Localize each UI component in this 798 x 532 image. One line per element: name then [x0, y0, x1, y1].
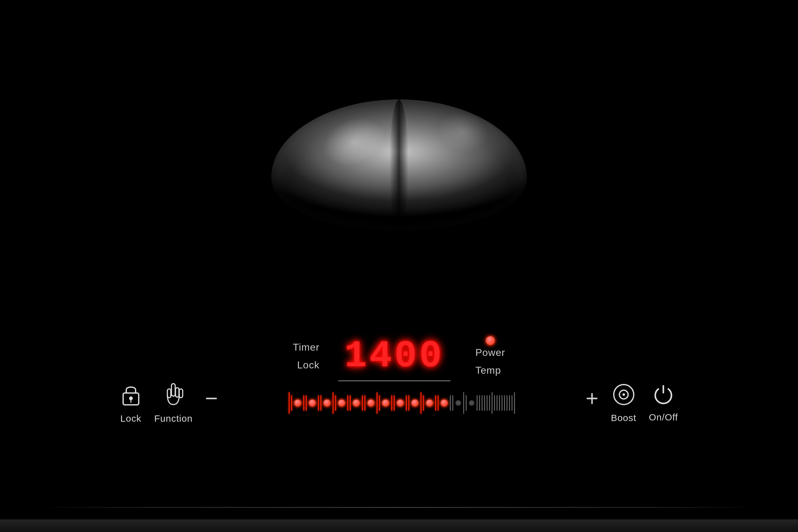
slider-tick	[487, 395, 488, 411]
slider-tick	[514, 392, 515, 414]
slider-tick	[477, 395, 478, 411]
power-indicator: Power	[475, 336, 505, 358]
slider-tick	[394, 395, 395, 411]
timer-label: Timer	[293, 342, 320, 353]
slider-tick	[507, 395, 508, 411]
slider-tick	[408, 395, 409, 411]
cooktop-edge	[0, 507, 798, 508]
slider-tick	[291, 395, 292, 411]
lock-icon	[120, 382, 142, 407]
power-label: Power	[475, 347, 505, 358]
slider-tick	[303, 395, 304, 411]
control-panel: Timer Lock 1400 Power Temp	[0, 330, 798, 519]
led-dot	[397, 400, 404, 406]
slider-tick	[509, 395, 510, 411]
slider-track-container[interactable]	[230, 392, 573, 414]
led-dot	[382, 400, 389, 406]
plus-icon: +	[586, 386, 598, 411]
bottom-bar	[0, 519, 798, 532]
slider-tick	[406, 395, 407, 411]
function-icon	[162, 382, 185, 407]
led-dot	[412, 400, 418, 406]
slider-tick	[320, 395, 321, 411]
seven-segment-display: 1400	[338, 336, 451, 377]
slider-tick	[484, 395, 485, 411]
temp-label: Temp	[475, 365, 501, 376]
boost-button[interactable]: Boost	[611, 383, 636, 423]
slider-tick	[492, 392, 493, 414]
slider-tick	[423, 395, 424, 411]
led-dot	[353, 400, 360, 406]
led-dot	[338, 400, 345, 406]
lock-button-label: Lock	[120, 413, 141, 424]
power-dot	[486, 336, 495, 345]
display-value: 1400	[344, 339, 444, 373]
svg-rect-5	[179, 389, 183, 398]
cooktop-panel: Timer Lock 1400 Power Temp	[0, 0, 798, 532]
slider-tick	[504, 395, 505, 411]
led-dot	[426, 400, 433, 406]
lock-label: Lock	[297, 359, 320, 371]
function-button-label: Function	[154, 413, 193, 424]
slider-tick	[420, 392, 421, 414]
display-labels-left: Timer Lock	[293, 342, 320, 371]
slider-tick	[364, 395, 365, 411]
display-labels-right: Power Temp	[475, 336, 505, 376]
led-dot	[469, 400, 474, 406]
slider-tick	[332, 392, 334, 414]
slider-tick	[452, 395, 453, 411]
led-dot	[367, 400, 374, 406]
slider-tick	[306, 395, 307, 411]
led-dot	[309, 400, 316, 406]
led-dot	[324, 400, 330, 406]
boost-button-label: Boost	[611, 413, 636, 423]
svg-rect-4	[175, 388, 179, 397]
led-dot	[455, 400, 461, 406]
slider-tick	[450, 395, 451, 411]
lock-button[interactable]: Lock	[120, 382, 142, 424]
slider-tick	[438, 395, 439, 411]
slider-tick	[362, 395, 363, 411]
function-button[interactable]: Function	[154, 382, 193, 424]
slider-tick	[499, 395, 500, 411]
led-dot	[441, 400, 448, 406]
display-underline	[338, 381, 451, 381]
svg-rect-3	[171, 384, 175, 396]
slider-tick	[489, 395, 490, 411]
onoff-icon	[652, 383, 674, 406]
slider-tick	[347, 395, 348, 411]
slider-tick	[501, 395, 502, 411]
onoff-button-label: On/Off	[649, 412, 678, 423]
slider-tick	[318, 395, 319, 411]
slider-tick	[379, 395, 380, 411]
slider-tick	[289, 392, 290, 414]
pot-dark-stripe	[390, 99, 408, 230]
display-row: Timer Lock 1400 Power Temp	[25, 330, 773, 373]
slider-tick	[377, 392, 378, 414]
slider-tick	[391, 395, 392, 411]
slider-track[interactable]	[230, 392, 573, 414]
slider-tick	[494, 395, 495, 411]
pot-area	[0, 0, 798, 330]
pot-image	[259, 84, 539, 246]
led-dot	[294, 400, 301, 406]
minus-button[interactable]: −	[205, 387, 218, 409]
slider-tick	[512, 395, 512, 411]
slider-tick	[479, 395, 480, 411]
minus-icon: −	[205, 386, 218, 411]
slider-row: Lock	[25, 373, 773, 430]
slider-tick	[435, 395, 436, 411]
slider-tick	[481, 395, 482, 411]
slider-tick	[497, 395, 497, 411]
slider-tick	[350, 395, 351, 411]
onoff-button[interactable]: On/Off	[649, 383, 678, 423]
slider-tick	[335, 395, 336, 411]
boost-icon	[612, 383, 635, 406]
slider-tick	[463, 392, 464, 414]
slider-tick	[466, 395, 467, 411]
plus-button[interactable]: +	[586, 387, 598, 409]
svg-point-9	[623, 393, 625, 396]
